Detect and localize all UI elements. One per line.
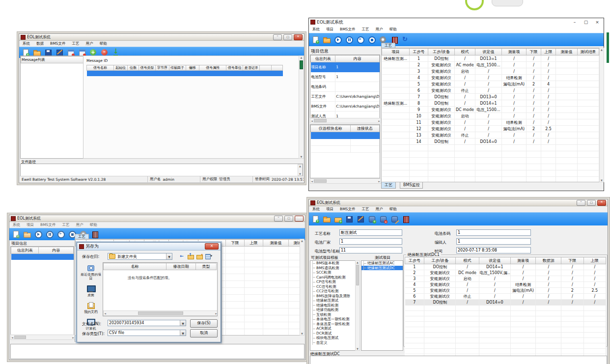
- list-item[interactable]: 自定义: [310, 340, 356, 345]
- table-row[interactable]: 2安规测试仪DC mode电压_1500V,漏...////: [405, 270, 606, 276]
- minimize-button[interactable]: [273, 34, 282, 40]
- column-header[interactable]: 连接状态: [350, 125, 379, 132]
- save-in-combo[interactable]: 新建文件夹 ▼: [108, 253, 172, 260]
- table-row[interactable]: 6安规测试仪停止/////: [405, 294, 606, 300]
- open-folder-icon[interactable]: [23, 230, 31, 238]
- menu-item-帮助[interactable]: 帮助: [88, 223, 98, 227]
- left-hscroll[interactable]: ◄ ►: [10, 335, 75, 340]
- column-header[interactable]: 内容: [335, 56, 380, 62]
- table-row[interactable]: 4安规测试仪//结果检测///: [405, 282, 606, 288]
- table-row[interactable]: 3安规测试仪启动////: [382, 68, 599, 75]
- list-item[interactable]: 互锁检测: [310, 312, 356, 317]
- column-header[interactable]: Message列表: [21, 56, 83, 63]
- scroll-right-icon[interactable]: ►: [378, 119, 380, 122]
- column-header[interactable]: 类型: [196, 263, 217, 270]
- close-button[interactable]: [295, 216, 304, 222]
- up-icon[interactable]: [187, 253, 194, 259]
- table-row[interactable]: 7DO控制/DO13=0///: [382, 94, 599, 100]
- table-row[interactable]: 2安规测试仪AC mode电压_1500...///: [382, 62, 599, 68]
- play-icon[interactable]: [334, 36, 342, 44]
- list-item[interactable]: 绝缘电阻检测: [310, 303, 356, 308]
- column-header[interactable]: 传输因子: [169, 65, 186, 71]
- table-row[interactable]: 电池条码: [311, 82, 380, 92]
- column-header[interactable]: 下限: [561, 257, 583, 264]
- column-header[interactable]: 测量值: [263, 240, 289, 247]
- signal-vscroll[interactable]: ▲ ▼: [299, 56, 304, 159]
- list-item[interactable]: ACR测试: [310, 326, 356, 331]
- dialog-close-button[interactable]: ×: [205, 243, 219, 250]
- menu-item-项目[interactable]: 项目: [26, 223, 35, 227]
- table-row[interactable]: [11, 254, 74, 260]
- column-header[interactable]: 偏移: [186, 65, 199, 71]
- open-folder-icon[interactable]: [323, 215, 331, 223]
- column-header[interactable]: 测量值: [556, 49, 578, 56]
- list-item[interactable]: CP信号检测: [310, 280, 356, 284]
- list-item[interactable]: BMS故障读取及清除: [310, 294, 356, 299]
- column-header[interactable]: 上限: [541, 49, 556, 56]
- menu-item-用户[interactable]: 用户: [84, 41, 94, 46]
- new-doc-icon[interactable]: [12, 230, 20, 238]
- close-button[interactable]: [294, 34, 303, 40]
- scroll-right-icon[interactable]: ►: [215, 312, 217, 315]
- column-header[interactable]: 是否记录: [243, 65, 260, 71]
- column-header[interactable]: 工步/设备: [428, 49, 455, 56]
- list-item[interactable]: 绝缘耐压测试: [310, 298, 356, 303]
- folder-add-icon[interactable]: [334, 215, 342, 223]
- list-item[interactable]: 绝缘耐压测试AC: [361, 261, 403, 266]
- menu-item-工艺[interactable]: 工艺: [360, 207, 370, 212]
- back-icon[interactable]: ←: [178, 253, 185, 259]
- menu-item-用户[interactable]: 用户: [374, 207, 384, 212]
- table-row[interactable]: 10安规测试仪启动////: [382, 113, 599, 119]
- minimize-button[interactable]: [577, 200, 585, 206]
- battery-model-input[interactable]: [339, 247, 402, 253]
- log-textarea[interactable]: [310, 356, 607, 364]
- menu-item-BMS文件[interactable]: BMS文件: [339, 27, 356, 32]
- maximize-button[interactable]: [284, 216, 293, 222]
- scroll-down-icon[interactable]: ▼: [301, 332, 303, 335]
- column-header[interactable]: 信息列表: [11, 247, 39, 254]
- table-row[interactable]: 绝缘耐压测...1DO控制/DO13=1///: [382, 56, 599, 62]
- place-desktop[interactable]: 桌面: [80, 285, 102, 297]
- menu-item-系统[interactable]: 系统: [311, 207, 321, 212]
- table-row[interactable]: 4安规测试仪//结果检测//: [382, 75, 599, 81]
- menu-item-BMS文件[interactable]: BMS文件: [49, 41, 66, 46]
- list-item[interactable]: SCC检测: [310, 270, 356, 275]
- forward-icon[interactable]: [357, 36, 364, 44]
- menu-item-BMS文件[interactable]: BMS文件: [39, 223, 56, 227]
- report-icon[interactable]: [402, 215, 410, 223]
- table-row[interactable]: 6安规测试仪停止////: [382, 87, 599, 94]
- column-header[interactable]: 项目: [382, 49, 410, 56]
- menu-item-工艺[interactable]: 工艺: [61, 223, 70, 227]
- scroll-up-icon[interactable]: ▲: [601, 48, 603, 51]
- save-as-icon[interactable]: [357, 215, 364, 223]
- column-header[interactable]: 下限: [527, 49, 541, 56]
- file-list[interactable]: 名称修改日期类型 没有与搜索条件匹配的项。 ◄ ►: [103, 262, 218, 316]
- menu-item-系统[interactable]: 系统: [311, 27, 321, 32]
- dropdown-arrow-icon[interactable]: ▼: [180, 320, 186, 326]
- table-row[interactable]: 3安规测试仪启动/////: [405, 276, 606, 282]
- column-header[interactable]: 设定值: [479, 257, 510, 264]
- column-header[interactable]: 信号名称: [87, 65, 114, 71]
- place-recent[interactable]: 最近使用的项目: [80, 264, 102, 280]
- table-row[interactable]: [311, 132, 380, 139]
- steps-vscroll[interactable]: ▲ ▼: [599, 48, 604, 182]
- db-edit-icon[interactable]: [390, 215, 398, 223]
- report-icon[interactable]: [91, 230, 99, 238]
- steps-vscroll[interactable]: ▲ ▼: [300, 239, 305, 336]
- scroll-up-icon[interactable]: ▲: [301, 239, 303, 242]
- pause-icon[interactable]: [46, 230, 54, 238]
- filename-combo[interactable]: 20200730145934 ▼: [108, 320, 186, 326]
- column-header[interactable]: 信号属性: [199, 65, 226, 71]
- table-row[interactable]: BMS文件C:\Users\4changjiang\Desktop\: [311, 102, 380, 112]
- close-button[interactable]: ×: [592, 19, 602, 26]
- minimize-button[interactable]: [274, 216, 283, 222]
- column-header[interactable]: 工步/设备: [424, 257, 456, 264]
- cancel-button[interactable]: 取消: [190, 329, 218, 337]
- menu-item-数据[interactable]: 数据: [35, 41, 45, 46]
- templates-vscroll[interactable]: ▲ ▼: [355, 260, 360, 351]
- pause-icon[interactable]: [345, 36, 353, 44]
- new-doc-icon[interactable]: [311, 215, 319, 223]
- menu-item-项目[interactable]: 项目: [325, 27, 334, 32]
- message-list-panel[interactable]: Message列表: [20, 56, 84, 159]
- column-header[interactable]: 修改日期: [166, 263, 196, 270]
